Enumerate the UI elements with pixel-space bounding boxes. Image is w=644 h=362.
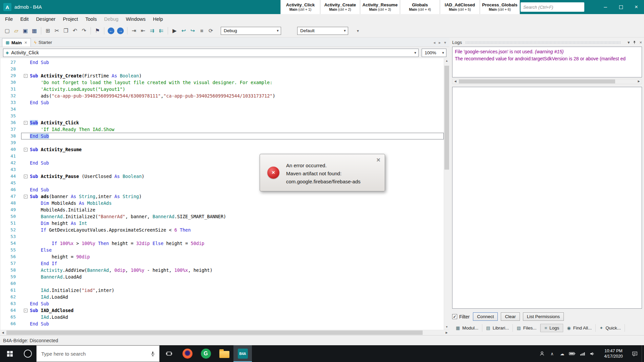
taskbar-clock[interactable]: 10:47 PM 4/17/2020	[599, 348, 628, 359]
taskbar-app-explorer[interactable]	[215, 345, 233, 362]
start-button[interactable]	[0, 345, 19, 362]
chevron-down-icon[interactable]: ▾	[412, 51, 418, 55]
show-desktop-button[interactable]	[642, 345, 644, 362]
action-center-icon[interactable]	[630, 345, 640, 362]
uncomment-icon[interactable]: ⇇	[157, 26, 166, 35]
forward-history-icon[interactable]: ↪	[188, 26, 197, 35]
task-view-button[interactable]	[160, 345, 178, 362]
code-line-66[interactable]: 66End Sub	[0, 320, 444, 327]
code-line-64[interactable]: 64-Sub IAD_AdClosed	[0, 307, 444, 314]
battery-icon[interactable]	[567, 345, 577, 362]
document-tab-main[interactable]: ⊞Main×	[2, 38, 31, 47]
logs-panel-header[interactable]: Logs ▾ ×	[452, 38, 642, 47]
menu-item-file[interactable]: File	[1, 14, 16, 24]
refresh-icon[interactable]: ⟳	[206, 26, 215, 35]
menu-item-tools[interactable]: Tools	[82, 14, 101, 24]
code-line-47[interactable]: 47-Sub ads(banner As String,inter As Str…	[0, 193, 444, 200]
close-tab-icon[interactable]: ×	[24, 40, 27, 45]
close-panel-icon[interactable]: ×	[639, 40, 642, 45]
menu-item-windows[interactable]: Windows	[122, 14, 149, 24]
code-line-59[interactable]: 59 BannerAd.LoadAd	[0, 274, 444, 280]
code-line-60[interactable]: 60	[0, 280, 444, 287]
scrollbar-track[interactable]	[458, 79, 636, 84]
collapse-icon[interactable]: -	[24, 121, 28, 125]
comment-icon[interactable]: ⇉	[148, 26, 157, 35]
debug-mode-combobox[interactable]: Debug ▾	[221, 27, 281, 35]
title-tab-iad_adclosed[interactable]: IAD_AdClosedMain (ctrl + 5)	[440, 0, 480, 14]
new-file-icon[interactable]: ▢	[3, 26, 12, 35]
log-output-area[interactable]	[452, 87, 642, 309]
code-line-62[interactable]: 62 IAd.LoadAd	[0, 294, 444, 300]
network-icon[interactable]	[577, 345, 587, 362]
title-search-box[interactable]	[521, 2, 584, 12]
taskbar-app-browser[interactable]: G	[197, 345, 215, 362]
pin-icon[interactable]	[633, 41, 636, 44]
toolbar-overflow-icon[interactable]: ▾	[357, 28, 359, 33]
code-line-61[interactable]: 61 IAd.Initialize("iad",inter)	[0, 287, 444, 294]
code-line-48[interactable]: 48 Dim MobileAds As MobileAds	[0, 200, 444, 206]
bottom-tab-files[interactable]: ▧Files...	[513, 324, 540, 332]
bottom-tab-quick[interactable]: ✦Quick...	[596, 324, 625, 332]
code-line-30[interactable]: 30 'Do not forget to load the layout fil…	[0, 79, 444, 86]
title-tab-globals[interactable]: GlobalsMain (ctrl + 4)	[400, 0, 440, 14]
dialog-close-icon[interactable]: ×	[376, 156, 380, 164]
navigate-forward-icon[interactable]: →	[117, 27, 124, 34]
indent-icon[interactable]: ⇥	[129, 26, 139, 35]
panel-position-icon[interactable]: ▾	[628, 40, 630, 45]
code-line-57[interactable]: 57 End If	[0, 260, 444, 267]
code-line-35[interactable]: 35	[0, 113, 444, 119]
copy-icon[interactable]: ❐	[61, 26, 70, 35]
scroll-left-icon[interactable]: ◀	[452, 79, 458, 84]
scroll-down-icon[interactable]: ▼	[444, 324, 449, 330]
save-all-icon[interactable]: ▦	[30, 26, 39, 35]
code-lines[interactable]: 27End Sub2829-Sub Activity_Create(FirstT…	[0, 58, 444, 330]
scrollbar-track[interactable]	[444, 64, 449, 324]
panel-grip[interactable]	[465, 41, 621, 44]
collapse-icon[interactable]: -	[24, 148, 28, 152]
taskbar-app-b4a[interactable]: B4A	[233, 345, 252, 362]
title-tab-activity_click[interactable]: Activity_ClickMain (ctrl + 1)	[280, 0, 320, 14]
filter-checkbox[interactable]: ✓ Filter	[452, 314, 470, 319]
editor-vertical-scrollbar[interactable]: ▲ ▼	[444, 58, 449, 330]
menu-item-project[interactable]: Project	[59, 14, 82, 24]
code-line-55[interactable]: 55 Else	[0, 247, 444, 253]
collapse-icon[interactable]: -	[24, 74, 28, 78]
scrollbar-thumb[interactable]	[6, 330, 423, 335]
checkbox-checked-icon[interactable]: ✓	[452, 314, 457, 319]
title-tab-activity_resume[interactable]: Activity_ResumeMain (ctrl + 3)	[360, 0, 400, 14]
title-tab-activity_create[interactable]: Activity_CreateMain (ctrl + 2)	[320, 0, 360, 14]
taskbar-search-input[interactable]	[37, 351, 146, 357]
scrollbar-thumb[interactable]	[459, 79, 615, 83]
code-line-36[interactable]: 36-Sub Activity_Click	[0, 119, 444, 126]
cut-icon[interactable]: ✂	[52, 26, 61, 35]
code-line-40[interactable]: 40-Sub Activity_Resume	[0, 146, 444, 153]
code-line-33[interactable]: 33End Sub	[0, 99, 444, 106]
search-input[interactable]	[521, 5, 584, 10]
tab-menu-icon[interactable]: ▾	[444, 40, 446, 45]
code-line-37[interactable]: 37 'If IAd.Ready Then IAd.Show	[0, 126, 444, 133]
chevron-up-icon[interactable]: ∧	[547, 345, 557, 362]
tab-scroll-left-icon[interactable]: ◂	[433, 40, 435, 45]
bottom-tab-find-all[interactable]: ◉Find All...	[563, 324, 596, 332]
navigate-back-icon[interactable]: ←	[108, 27, 114, 34]
scroll-right-icon[interactable]: ▶	[636, 79, 642, 84]
maximize-button[interactable]	[613, 0, 629, 14]
code-line-52[interactable]: 52 If GetDeviceLayoutValues.ApproximateS…	[0, 227, 444, 233]
back-history-icon[interactable]: ↩	[179, 26, 188, 35]
speaker-icon[interactable]	[587, 345, 597, 362]
menu-item-designer[interactable]: Designer	[32, 14, 59, 24]
code-line-65[interactable]: 65 IAd.LoadAd	[0, 314, 444, 320]
build-config-combobox[interactable]: Default ▾	[297, 27, 348, 35]
code-line-29[interactable]: 29-Sub Activity_Create(FirstTime As Bool…	[0, 72, 444, 79]
code-line-49[interactable]: 49 MobileAds.Initialize	[0, 206, 444, 213]
menu-item-debug[interactable]: Debug	[100, 14, 122, 24]
code-line-54[interactable]: 54 If 100%x > 100%y Then height = 32dip …	[0, 240, 444, 247]
chevron-down-icon[interactable]: ▾	[342, 28, 348, 33]
stop-icon[interactable]: ■	[197, 26, 206, 35]
code-editor[interactable]: 27End Sub2829-Sub Activity_Create(FirstT…	[0, 58, 449, 330]
microphone-icon[interactable]	[146, 351, 159, 357]
logs-horizontal-scrollbar[interactable]: ◀ ▶	[452, 79, 642, 84]
save-icon[interactable]: ▣	[21, 26, 30, 35]
bookmark-icon[interactable]: ⚑	[93, 26, 102, 35]
split-window-icon[interactable]: ⊞	[43, 26, 52, 35]
